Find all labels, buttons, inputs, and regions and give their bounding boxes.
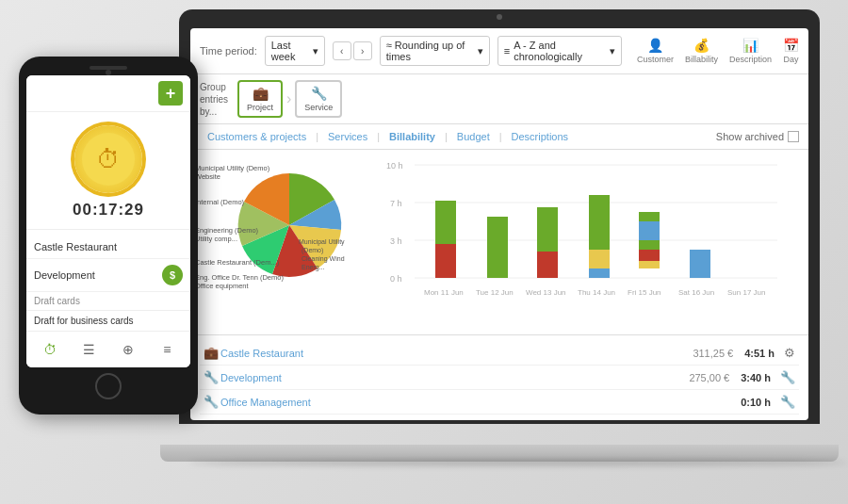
svg-text:Energ...: Energ...: [302, 264, 325, 271]
svg-text:Castle Restaurant (Dem...): Castle Restaurant (Dem...): [195, 258, 280, 267]
svg-text:Office equipment: Office equipment: [195, 282, 249, 290]
office-management-gear[interactable]: 🔧: [780, 395, 795, 409]
bar-section: 10 h 7 h 3 h 0 h: [360, 150, 808, 334]
chevron-down-icon-3: ▾: [610, 45, 615, 57]
castle-restaurant-icon: 💼: [204, 346, 220, 360]
svg-text:Website: Website: [195, 172, 220, 181]
castle-restaurant-name[interactable]: Castle Restaurant: [220, 348, 693, 359]
timer-ring: ⏱: [74, 125, 142, 193]
list-item-2: 🔧 Office Management 0:10 h 🔧: [200, 390, 799, 415]
phone-camera: [106, 70, 111, 75]
time-period-value: Last week: [271, 40, 309, 62]
billability-icon-item[interactable]: 💰 Billability: [685, 38, 718, 64]
screen-content: Time period: Last week ▾ ‹ › ≈ Rounding …: [190, 28, 808, 420]
development-icon: 🔧: [204, 370, 220, 384]
tab-services[interactable]: Services: [320, 128, 375, 145]
checkbox-icon[interactable]: [788, 131, 799, 142]
svg-text:Thu 14 Jun: Thu 14 Jun: [578, 288, 615, 297]
toolbar-nav: ‹ ›: [333, 41, 372, 60]
main-area: Municipal Utility (Demo) Website Interna…: [190, 150, 808, 334]
next-btn[interactable]: ›: [353, 41, 372, 60]
pie-chart: Municipal Utility (Demo) Website Interna…: [190, 150, 355, 296]
time-period-select[interactable]: Last week ▾: [265, 36, 325, 66]
timer-icon: ⏱: [96, 145, 121, 174]
time-period-label: Time period:: [200, 45, 257, 57]
tab-customers[interactable]: Customers & projects: [200, 128, 314, 145]
svg-text:Eng. Office Dr. Tenn (Demo): Eng. Office Dr. Tenn (Demo): [195, 273, 284, 282]
tab-sep-2: |: [377, 131, 380, 142]
phone-list: Castle Restaurant Development $ Draft ca…: [26, 230, 190, 331]
chevron-down-icon-2: ▾: [478, 45, 483, 57]
svg-text:7 h: 7 h: [390, 199, 402, 208]
sort-label: A - Z and chronologically: [514, 40, 606, 62]
group-row: Group entries by... 💼 Project › 🔧 Servic…: [190, 74, 808, 124]
show-archived-label: Show archived: [716, 131, 784, 142]
prev-btn[interactable]: ‹: [333, 41, 351, 60]
svg-text:Municipal Utility: Municipal Utility: [299, 238, 345, 246]
svg-text:Engineering (Demo): Engineering (Demo): [195, 226, 259, 235]
toolbar: Time period: Last week ▾ ‹ › ≈ Rounding …: [190, 28, 808, 74]
svg-text:(Demo): (Demo): [302, 247, 323, 254]
svg-rect-26: [589, 250, 610, 268]
group-service-item[interactable]: 🔧 Service: [295, 80, 342, 118]
phone-timer-section: ⏱ 00:17:29: [26, 112, 190, 230]
office-management-icon: 🔧: [204, 395, 220, 409]
phone-home-button[interactable]: [95, 373, 122, 399]
svg-rect-29: [639, 250, 660, 261]
phone-timer-nav-icon[interactable]: ⏱: [38, 337, 62, 362]
phone-menu-nav-icon[interactable]: ≡: [155, 337, 179, 362]
svg-rect-31: [639, 221, 660, 240]
tab-descriptions[interactable]: Descriptions: [504, 128, 577, 145]
billability-label: Billability: [685, 55, 718, 64]
laptop-screen: Time period: Last week ▾ ‹ › ≈ Rounding …: [190, 28, 808, 420]
rounding-select[interactable]: ≈ Rounding up of times ▾: [380, 36, 490, 66]
phone-bottom-bar: ⏱ ☰ ⊕ ≡: [26, 331, 190, 367]
day-label: Day: [784, 55, 799, 64]
list-item-0: 💼 Castle Restaurant 311,25 € 4:51 h ⚙: [200, 341, 799, 366]
tab-budget[interactable]: Budget: [449, 128, 497, 145]
svg-text:Wed 13 Jun: Wed 13 Jun: [526, 288, 566, 297]
pie-section: Municipal Utility (Demo) Website Interna…: [190, 150, 360, 334]
svg-rect-32: [690, 250, 710, 278]
svg-text:3 h: 3 h: [390, 236, 402, 246]
svg-text:Sun 17 Jun: Sun 17 Jun: [727, 288, 765, 297]
phone-dollar-btn[interactable]: $: [162, 265, 183, 285]
draft-business-cards: Draft for business cards: [34, 316, 134, 326]
phone-list-nav-icon[interactable]: ☰: [76, 337, 101, 362]
castle-restaurant-amount: 311,25 €: [693, 348, 733, 359]
sort-select[interactable]: ≡ A - Z and chronologically ▾: [497, 36, 622, 66]
phone-add-nav-icon[interactable]: ⊕: [116, 337, 140, 362]
group-separator: ›: [286, 90, 291, 107]
day-icon-item[interactable]: 📅 Day: [783, 38, 799, 64]
phone-add-button[interactable]: +: [158, 81, 183, 106]
tab-billability[interactable]: Billability: [382, 128, 443, 145]
timer-display: 00:17:29: [73, 201, 144, 219]
svg-text:Mon 11 Jun: Mon 11 Jun: [424, 288, 464, 297]
service-label: Service: [304, 103, 333, 112]
laptop-camera: [497, 14, 502, 20]
office-management-name[interactable]: Office Management: [220, 397, 729, 408]
development-gear[interactable]: 🔧: [780, 370, 795, 384]
phone-castle-restaurant: Castle Restaurant: [34, 241, 183, 252]
tabs-row: Customers & projects | Services | Billab…: [190, 124, 808, 150]
castle-restaurant-gear[interactable]: ⚙: [784, 346, 795, 360]
toolbar-icon-group: 👤 Customer 💰 Billability 📊 Description: [637, 38, 799, 64]
billability-icon: 💰: [693, 38, 709, 53]
phone: + ⏱ 00:17:29 Castle Restaurant Developme…: [19, 57, 198, 415]
tabs-right: Show archived: [716, 131, 799, 142]
development-name[interactable]: Development: [220, 372, 689, 383]
sort-icon: ≡: [504, 45, 510, 57]
customer-icon-item[interactable]: 👤 Customer: [637, 38, 674, 64]
description-icon-item[interactable]: 📊 Description: [729, 38, 772, 64]
description-icon: 📊: [742, 38, 758, 53]
group-project-item[interactable]: 💼 Project: [237, 80, 283, 118]
phone-screen: + ⏱ 00:17:29 Castle Restaurant Developme…: [26, 75, 190, 367]
svg-text:Fri 15 Jun: Fri 15 Jun: [628, 288, 661, 297]
development-time: 3:40 h: [741, 372, 771, 383]
svg-text:10 h: 10 h: [386, 161, 403, 171]
phone-draft-item: Draft for business cards: [26, 311, 190, 331]
svg-rect-27: [589, 268, 610, 278]
chevron-down-icon: ▾: [313, 45, 318, 57]
svg-text:Tue 12 Jun: Tue 12 Jun: [476, 288, 514, 297]
office-management-time: 0:10 h: [741, 397, 771, 408]
